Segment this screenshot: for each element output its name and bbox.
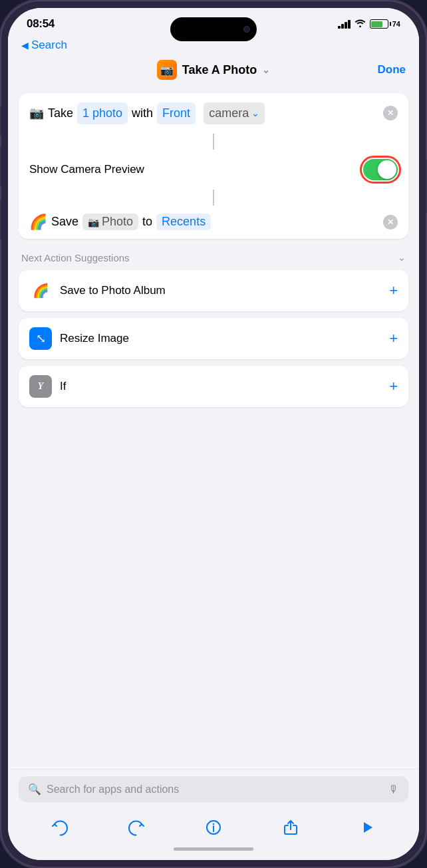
album-chip[interactable]: Recents	[156, 214, 211, 230]
camera-emoji-icon: 📷	[29, 104, 44, 123]
screen: 08:54	[8, 8, 419, 860]
nav-chevron-icon[interactable]: ⌄	[262, 65, 270, 75]
suggestion-left: 🌈 Save to Photo Album	[29, 279, 166, 302]
take-photo-content: 📷 Take 1 photo with Front camera ⌄	[29, 102, 378, 124]
search-icon: 🔍	[28, 783, 41, 796]
battery-body	[370, 19, 388, 29]
to-label: to	[142, 214, 152, 230]
photo-count-chip[interactable]: 1 photo	[77, 102, 128, 124]
camera-label: camera	[209, 104, 249, 123]
home-bar	[174, 847, 253, 851]
home-indicator	[8, 842, 419, 860]
nav-bar: 📷 Take A Photo ⌄ Done	[8, 57, 419, 88]
battery-tip	[390, 22, 391, 26]
suggestion-row[interactable]: 🌈 Save to Photo Album +	[19, 270, 408, 311]
search-bar[interactable]: 🔍 Search for apps and actions 🎙	[19, 776, 408, 802]
microphone-icon[interactable]: 🎙	[388, 784, 399, 796]
resize-icon: ⤡	[29, 327, 52, 350]
section-chevron-icon[interactable]: ⌄	[398, 252, 406, 263]
camera-dot	[243, 26, 250, 33]
show-camera-preview-row: Show Camera Preview	[19, 150, 408, 190]
photos-icon: 🌈	[29, 214, 47, 231]
back-label: Search	[31, 39, 67, 52]
volume-up-button[interactable]	[0, 146, 1, 186]
info-icon	[205, 819, 222, 836]
toggle-thumb	[378, 160, 396, 179]
take-photo-card: 📷 Take 1 photo with Front camera ⌄	[19, 93, 408, 239]
photos-app-icon: 🌈	[29, 279, 52, 302]
volume-down-button[interactable]	[0, 200, 1, 239]
share-button[interactable]	[276, 813, 305, 842]
search-area: 🔍 Search for apps and actions 🎙	[8, 769, 419, 807]
save-photo-row: 🌈 Save 📷 Photo to Recents ✕	[19, 206, 408, 239]
signal-bar-4	[348, 20, 351, 29]
suggestion-row[interactable]: Y If +	[19, 366, 408, 407]
silent-button[interactable]	[0, 106, 1, 136]
take-photo-row: 📷 Take 1 photo with Front camera ⌄	[19, 93, 408, 134]
photo-type-chip[interactable]: 📷 Photo	[82, 214, 138, 230]
bottom-toolbar	[8, 807, 419, 842]
suggestion-card-if: Y If +	[19, 366, 408, 407]
page-title: Take A Photo	[182, 63, 257, 77]
info-button[interactable]	[199, 813, 228, 842]
add-if-button[interactable]: +	[389, 378, 398, 395]
status-bar: 08:54	[8, 8, 419, 36]
save-label: Save	[51, 214, 78, 230]
signal-bars-icon	[338, 20, 351, 29]
battery-text: 74	[392, 20, 400, 28]
share-icon	[282, 819, 299, 836]
status-right: 74	[338, 19, 400, 29]
suggestion-card-save-photo-album: 🌈 Save to Photo Album +	[19, 270, 408, 311]
nav-title: 📷 Take A Photo ⌄	[157, 60, 270, 80]
undo-icon	[51, 819, 69, 836]
photo-chip-label: Photo	[102, 215, 133, 229]
camera-side-chip[interactable]: Front	[157, 102, 196, 124]
if-icon: Y	[29, 375, 52, 398]
suggestion-label-0: Save to Photo Album	[60, 284, 166, 297]
next-action-title: Next Action Suggestions	[21, 252, 130, 263]
signal-bar-3	[345, 22, 347, 29]
redo-button[interactable]	[122, 813, 151, 842]
next-action-header: Next Action Suggestions ⌄	[19, 249, 408, 270]
camera-label-chip[interactable]: camera ⌄	[204, 102, 265, 124]
suggestion-card-resize-image: ⤡ Resize Image +	[19, 318, 408, 359]
play-icon	[358, 819, 376, 836]
save-photo-content: 🌈 Save 📷 Photo to Recents	[29, 214, 211, 231]
battery-indicator: 74	[370, 19, 400, 29]
suggestion-label-1: Resize Image	[60, 332, 129, 345]
camera-side-label: Front	[162, 104, 190, 123]
suggestion-row[interactable]: ⤡ Resize Image +	[19, 318, 408, 359]
suggestion-left: Y If	[29, 375, 66, 398]
album-label: Recents	[162, 215, 206, 229]
photo-count-label: 1 photo	[82, 104, 122, 123]
suggestion-label-2: If	[60, 380, 66, 393]
redo-icon	[128, 819, 145, 836]
search-input[interactable]: Search for apps and actions	[47, 784, 383, 796]
undo-button[interactable]	[45, 813, 74, 842]
take-a-photo-icon: 📷	[157, 60, 177, 80]
photo-chip-icon: 📷	[88, 217, 99, 227]
show-camera-preview-toggle[interactable]	[363, 159, 398, 180]
chevron-down-icon: ⌄	[251, 106, 259, 120]
wifi-icon	[355, 19, 366, 29]
back-chevron-icon: ◀	[21, 40, 29, 51]
show-camera-preview-label: Show Camera Preview	[29, 163, 144, 176]
take-label: Take	[48, 105, 73, 122]
save-photo-close-button[interactable]: ✕	[383, 215, 398, 229]
add-save-photo-album-button[interactable]: +	[389, 282, 398, 299]
signal-bar-1	[338, 26, 341, 29]
suggestion-left: ⤡ Resize Image	[29, 327, 129, 350]
phone-shell: 08:54	[0, 0, 427, 868]
scroll-content: 📷 Take 1 photo with Front camera ⌄	[8, 88, 419, 769]
add-resize-image-button[interactable]: +	[389, 330, 398, 347]
status-time: 08:54	[27, 17, 55, 31]
with-label: with	[132, 105, 153, 122]
play-button[interactable]	[353, 813, 382, 842]
signal-bar-2	[341, 24, 344, 29]
dynamic-island	[170, 17, 257, 41]
done-button[interactable]: Done	[378, 63, 406, 76]
take-photo-close-button[interactable]: ✕	[383, 106, 398, 120]
battery-fill	[371, 21, 382, 27]
toggle-wrapper	[363, 159, 398, 180]
svg-point-2	[213, 823, 214, 825]
